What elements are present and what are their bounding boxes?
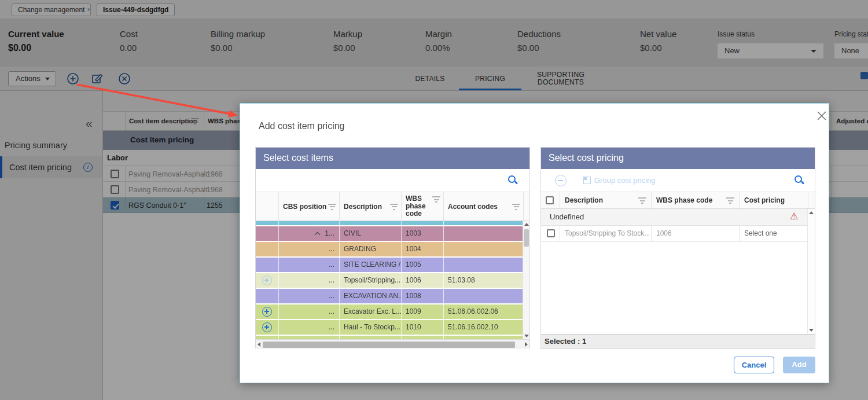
vertical-scrollbar[interactable]: [523, 221, 529, 339]
tab-details[interactable]: DETAILS: [405, 67, 455, 90]
column-wbs-phase-code[interactable]: WBS phase code: [402, 192, 444, 221]
cost-pricing-grid-header: Description WBS phase code Cost pricing: [541, 192, 815, 209]
scroll-left-icon[interactable]: [258, 342, 260, 347]
horizontal-scrollbar[interactable]: [256, 339, 529, 349]
chevron-down-icon: [45, 78, 50, 80]
cell-wbs: 1003: [402, 226, 444, 241]
cost-items-grid-header: CBS position Description WBS phase code …: [256, 192, 529, 221]
metric-value: $0.00: [8, 43, 31, 53]
metric-value: $0.00: [333, 43, 355, 53]
table-row[interactable]: ... Excavator Exc. L... 1009 51.06.06.00…: [256, 304, 524, 320]
add-cost-item-pricing-dialog: Add cost item pricing Select cost items …: [240, 103, 829, 383]
scroll-thumb[interactable]: [524, 229, 529, 247]
filter-icon[interactable]: [191, 118, 199, 124]
table-row[interactable]: ... EXCAVATION AN... 1008: [256, 289, 524, 304]
info-icon[interactable]: i: [83, 163, 93, 172]
cell-description: Paving Removal-Asphalt: [128, 186, 208, 194]
cost-items-search-row[interactable]: [256, 169, 529, 192]
table-row[interactable]: ... SITE CLEARING /... 1005: [256, 258, 524, 273]
column-adjusted-cost[interactable]: Adjusted cost: [832, 112, 868, 130]
table-row[interactable]: ... Haul - To Stockp... 1010 51.06.16.00…: [256, 320, 524, 336]
cell-cbs-position: ...: [279, 258, 340, 272]
add-button[interactable]: Add: [783, 357, 815, 373]
panel-title: Select cost pricing: [541, 148, 815, 169]
row-checkbox[interactable]: [547, 229, 555, 237]
cell-wbs: 1010: [402, 320, 444, 335]
group-row-undefined[interactable]: Undefined ⚠: [541, 209, 815, 226]
collapse-icon[interactable]: [315, 232, 321, 238]
scroll-up-icon[interactable]: [809, 211, 814, 214]
breadcrumb-issue[interactable]: Issue-449-dsdgdfgd: [97, 3, 175, 16]
cell-description: Excavator Exc. L...: [340, 304, 402, 319]
select-all-checkbox[interactable]: [546, 196, 554, 204]
add-icon[interactable]: [67, 72, 79, 85]
remove-icon[interactable]: [555, 175, 567, 186]
scroll-right-icon[interactable]: [525, 342, 528, 347]
cost-items-grid-body: 1... CIVIL 1003 ... GRADING 1004: [256, 221, 529, 339]
row-checkbox[interactable]: [111, 185, 119, 194]
chevron-down-icon: [811, 50, 816, 53]
column-account-codes[interactable]: Account codes: [444, 192, 524, 221]
add-row-icon[interactable]: [262, 307, 272, 317]
column-wbs-phase-code[interactable]: WBS phase code: [652, 192, 740, 208]
cell-cbs-position: ...: [279, 242, 340, 256]
tab-supporting-documents[interactable]: SUPPORTING DOCUMENTS: [535, 67, 586, 90]
column-description[interactable]: Description: [560, 192, 652, 208]
column-cost-pricing[interactable]: Cost pricing: [740, 192, 808, 208]
search-icon[interactable]: [508, 175, 518, 185]
metric-value: $0.00: [640, 43, 662, 53]
filter-icon[interactable]: [726, 197, 734, 204]
add-row-icon[interactable]: [262, 322, 272, 332]
collapse-sidebar-icon[interactable]: «: [86, 117, 93, 129]
active-tab-indicator: [459, 89, 521, 90]
issue-status-select[interactable]: New: [718, 43, 823, 58]
cancel-button[interactable]: Cancel: [734, 357, 774, 373]
table-row[interactable]: ... GRADING 1004: [256, 242, 524, 258]
vertical-scrollbar[interactable]: [807, 209, 815, 334]
cell-account: [444, 289, 524, 303]
filter-icon[interactable]: [512, 204, 520, 210]
pricing-status-select[interactable]: None: [834, 43, 868, 58]
metric-label: Deductions: [517, 29, 561, 39]
table-row[interactable]: Topsoil/Stripping To Stock... 1006 Selec…: [541, 226, 815, 242]
filter-icon[interactable]: [328, 204, 336, 210]
actions-button[interactable]: Actions: [8, 71, 56, 86]
table-row[interactable]: [256, 221, 524, 226]
row-checkbox[interactable]: [111, 170, 119, 178]
group-cost-pricing-button[interactable]: Group cost pricing: [594, 176, 656, 185]
column-label: Cost pricing: [744, 196, 785, 204]
edit-icon[interactable]: [91, 72, 104, 85]
sidebar-item-pricing-summary[interactable]: Pricing summary: [0, 141, 102, 150]
breadcrumb-separator-icon: ›: [87, 5, 90, 13]
table-row[interactable]: ... Topsoil/Stripping... 1006 51.03.08: [256, 273, 524, 289]
cell-description: CIVIL: [340, 226, 402, 241]
warning-icon: ⚠: [790, 211, 798, 222]
cell-description: GRADING: [340, 242, 402, 256]
add-row-icon[interactable]: [262, 276, 272, 285]
cancel-circle-icon[interactable]: [118, 72, 131, 85]
tab-pricing[interactable]: PRICING: [465, 67, 516, 90]
group-icon: [583, 177, 591, 184]
search-icon[interactable]: [795, 175, 804, 185]
metric-label: Net value: [640, 29, 676, 39]
scroll-down-icon[interactable]: [809, 329, 814, 332]
scroll-down-icon[interactable]: [524, 335, 529, 337]
filter-icon[interactable]: [390, 204, 398, 210]
filter-icon[interactable]: [432, 196, 440, 203]
pricing-status-label: Pricing status: [834, 30, 868, 38]
close-icon[interactable]: [815, 109, 828, 122]
metric-label: Cost: [120, 29, 138, 39]
sidebar-item-cost-item-pricing[interactable]: Cost item pricing i: [0, 156, 102, 178]
column-description[interactable]: Description: [340, 192, 402, 221]
app-root: Change management › Issue-449-dsdgdfgd C…: [0, 0, 868, 400]
table-row[interactable]: 1... CIVIL 1003: [256, 226, 524, 242]
cell-cost-pricing-select[interactable]: Select one: [740, 226, 808, 241]
row-checkbox-checked[interactable]: [111, 201, 119, 210]
scroll-thumb[interactable]: [263, 342, 515, 348]
scroll-up-icon[interactable]: [524, 223, 529, 226]
column-cbs-position[interactable]: CBS position: [279, 192, 340, 221]
grid-settings-icon[interactable]: [860, 72, 868, 79]
cell-description: SITE CLEARING /...: [340, 258, 402, 272]
filter-icon[interactable]: [638, 197, 646, 204]
breadcrumb-change-management[interactable]: Change management: [12, 3, 91, 16]
